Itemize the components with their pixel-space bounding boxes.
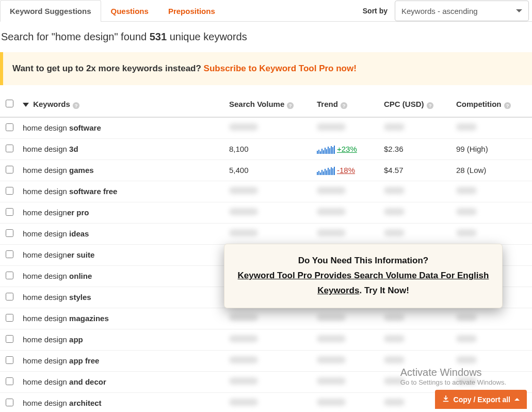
trend-value[interactable]: -18% [337,166,355,175]
trend-cell [313,371,380,392]
tab-prepositions[interactable]: Prepositions [158,0,225,22]
help-icon[interactable]: ? [504,101,511,109]
sparkline-icon [317,146,335,154]
keyword-cell[interactable]: home design magazines [19,308,225,329]
blurred-value [456,229,477,236]
trend-value[interactable]: +23% [337,145,357,153]
row-checkbox[interactable] [6,145,13,152]
export-label: Copy / Export all [454,395,510,404]
promo-link[interactable]: Subscribe to Keyword Tool Pro now! [204,64,357,73]
trend-cell [313,117,380,139]
blurred-value [456,187,477,194]
row-checkbox[interactable] [6,208,13,216]
col-label-volume: Search Volume [229,100,284,108]
blurred-value [229,229,258,236]
keyword-cell[interactable]: home design and decor [19,371,225,392]
keyword-prefix: home design [23,399,69,407]
row-checkbox[interactable] [6,272,13,279]
row-checkbox[interactable] [6,250,13,258]
table-row: home design 3d8,100+23%$2.3699 (High) [0,138,532,160]
keyword-cell[interactable]: home design software free [19,181,225,202]
select-all-checkbox[interactable] [6,100,13,107]
keyword-prefix: home design [23,123,69,132]
tab-questions[interactable]: Questions [101,0,158,22]
blurred-value [384,335,405,342]
trend-cell [313,308,380,329]
row-checkbox[interactable] [6,293,13,300]
keyword-cell[interactable]: home design games [19,160,225,181]
row-checkbox[interactable] [6,314,13,322]
help-icon[interactable]: ? [426,101,434,109]
keyword-prefix: home design [23,272,69,280]
row-checkbox[interactable] [6,399,13,406]
competition-cell: 28 (Low) [452,160,532,181]
col-header-cpc[interactable]: CPC (USD) ? [380,92,452,117]
blurred-value [384,208,405,215]
table-row: home design magazines [0,308,532,329]
blurred-value [229,377,258,385]
row-checkbox[interactable] [6,166,13,173]
keyword-cell[interactable]: home design architect [19,392,225,412]
promo-banner: Want to get up to 2x more keywords inste… [0,52,532,85]
keyword-cell[interactable]: home design styles [19,287,225,308]
row-checkbox[interactable] [6,187,13,195]
row-checkbox[interactable] [6,123,13,131]
keyword-prefix: home design [23,377,69,386]
keyword-cell[interactable]: home design ideas [19,223,225,244]
keyword-bold: app free [69,356,99,365]
svg-text:?: ? [343,103,346,108]
competition-cell [452,308,532,329]
keyword-bold: app [69,335,83,344]
blurred-value [456,335,477,342]
row-checkbox[interactable] [6,229,13,237]
keyword-cell[interactable]: home design online [19,265,225,287]
help-icon[interactable]: ? [340,101,348,109]
table-row: home design software [0,117,532,139]
keyword-bold: 3d [69,145,78,153]
competition-cell [452,117,532,139]
col-header-keywords[interactable]: Keywords ? [19,92,225,117]
blurred-value [456,123,477,131]
keyword-bold: and decor [69,377,106,386]
volume-cell [225,202,313,223]
help-icon[interactable]: ? [72,101,80,109]
blurred-value [317,356,346,363]
chevron-up-icon [514,398,520,401]
keyword-cell[interactable]: home design software [19,117,225,139]
help-icon[interactable]: ? [286,101,294,109]
svg-text:?: ? [428,103,431,108]
keyword-cell[interactable]: home design app [19,329,225,350]
row-checkbox[interactable] [6,335,13,343]
keyword-cell[interactable]: home design 3d [19,138,225,160]
trend-cell [313,181,380,202]
sparkline-icon [317,167,335,175]
blurred-value [384,229,405,236]
keyword-cell[interactable]: home designer pro [19,202,225,223]
blurred-value [456,208,477,215]
blurred-value [384,356,405,363]
cpc-value: $4.57 [384,166,404,175]
cpc-cell [380,181,452,202]
tab-keyword-suggestions[interactable]: Keyword Suggestions [0,0,101,22]
copy-export-button[interactable]: Copy / Export all [435,390,527,409]
keyword-cell[interactable]: home designer suite [19,244,225,265]
blurred-value [229,356,258,363]
sort-select[interactable]: Keywords - ascending [395,1,529,21]
competition-cell: 99 (High) [452,138,532,160]
col-label-trend: Trend [317,100,338,108]
row-checkbox[interactable] [6,356,13,364]
col-label-competition: Competition [456,100,502,108]
keyword-cell[interactable]: home design app free [19,350,225,371]
summary-prefix: Search for "home design" found [1,31,150,42]
col-label-cpc: CPC (USD) [384,100,424,108]
col-header-volume[interactable]: Search Volume ? [225,92,313,117]
blurred-value [384,187,405,194]
keyword-prefix: home design [23,356,69,365]
table-row: home design games5,400-18%$4.5728 (Low) [0,160,532,181]
cpc-cell [380,371,452,392]
col-header-trend[interactable]: Trend ? [313,92,380,117]
col-header-competition[interactable]: Competition ? [452,92,532,117]
blurred-value [317,314,346,321]
keyword-prefix: home design [23,293,69,302]
row-checkbox[interactable] [6,377,13,385]
